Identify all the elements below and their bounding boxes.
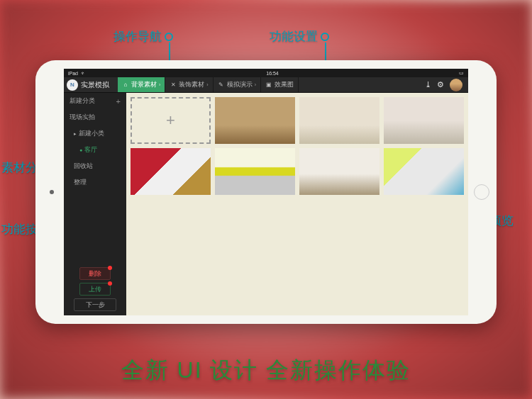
sidebar-item-label: 新建小类 bbox=[79, 130, 104, 137]
tab-bar: ⌂ 背景素材 › ✕ 装饰素材 › ✎ 模拟演示 › ▣ 效果图 bbox=[118, 77, 299, 92]
bullet-icon: ● bbox=[79, 147, 82, 152]
material-thumbnail[interactable] bbox=[299, 97, 379, 144]
material-thumbnail[interactable] bbox=[384, 97, 464, 144]
settings-icon[interactable]: ⚙ bbox=[437, 80, 444, 89]
wifi-icon: ᯤ bbox=[81, 71, 86, 76]
annotation-dot-icon bbox=[165, 33, 173, 41]
sidebar-item-livingroom[interactable]: ●客厅 bbox=[64, 142, 126, 158]
status-bar: iPad ᯤ 16:54 ▭ bbox=[64, 69, 468, 77]
tab-background-material[interactable]: ⌂ 背景素材 › bbox=[118, 77, 165, 92]
sidebar-item-new-category[interactable]: 新建分类 + bbox=[64, 93, 126, 109]
chevron-right-icon: › bbox=[255, 82, 256, 87]
sidebar-item-new-subcategory[interactable]: ▸新建小类 bbox=[64, 125, 126, 142]
status-time: 16:54 bbox=[266, 71, 279, 76]
sidebar-item-label: 客厅 bbox=[84, 146, 97, 153]
chevron-right-icon: › bbox=[206, 82, 208, 87]
add-material-button[interactable]: + bbox=[131, 97, 211, 144]
notification-badge bbox=[108, 266, 112, 270]
top-navigation: N 实景模拟 ⌂ 背景素材 › ✕ 装饰素材 › ✎ 模拟演示 › bbox=[64, 77, 468, 93]
home-icon: ⌂ bbox=[122, 82, 129, 89]
sidebar-bottom-actions: 删除 上传 下一步 bbox=[64, 263, 126, 315]
sidebar-item-label: 回收站 bbox=[74, 162, 93, 171]
material-thumbnail[interactable] bbox=[299, 148, 379, 195]
image-icon: ▣ bbox=[265, 82, 272, 89]
material-thumbnail[interactable] bbox=[384, 148, 464, 195]
app-logo[interactable]: N bbox=[67, 79, 78, 91]
sidebar-item-recycle[interactable]: 回收站 bbox=[64, 158, 126, 174]
chevron-right-icon: › bbox=[159, 82, 160, 87]
annotation-nav: 操作导航 bbox=[113, 28, 173, 45]
triangle-right-icon: ▸ bbox=[74, 131, 77, 136]
button-label: 删除 bbox=[89, 269, 101, 279]
status-carrier: iPad bbox=[68, 71, 78, 76]
material-thumbnail[interactable] bbox=[215, 148, 295, 195]
next-button[interactable]: 下一步 bbox=[74, 298, 116, 311]
tab-label: 装饰素材 bbox=[179, 80, 204, 89]
tab-renderings[interactable]: ▣ 效果图 bbox=[261, 77, 299, 92]
user-avatar[interactable] bbox=[450, 79, 462, 91]
tools-icon: ✕ bbox=[170, 82, 177, 89]
notification-badge bbox=[108, 281, 112, 286]
sidebar: 新建分类 + 现场实拍 ▸新建小类 ●客厅 回收站 整理 bbox=[64, 93, 126, 315]
download-icon[interactable]: ⤓ bbox=[425, 80, 431, 89]
tab-label: 模拟演示 bbox=[227, 80, 253, 89]
ipad-frame: iPad ᯤ 16:54 ▭ N 实景模拟 ⌂ 背景素材 › ✕ 装饰素材 bbox=[35, 60, 497, 324]
sidebar-item-realshoot[interactable]: 现场实拍 bbox=[64, 109, 126, 125]
header-right-actions: ⤓ ⚙ bbox=[425, 79, 462, 91]
sidebar-item-label: 现场实拍 bbox=[70, 113, 95, 122]
hero-tagline: 全新 UI 设计 全新操作体验 bbox=[0, 355, 532, 386]
tab-simulation[interactable]: ✎ 模拟演示 › bbox=[214, 77, 261, 92]
pencil-icon: ✎ bbox=[218, 82, 225, 89]
tab-decor-material[interactable]: ✕ 装饰素材 › bbox=[165, 77, 213, 92]
annotation-dot-icon bbox=[321, 33, 329, 41]
tab-label: 背景素材 bbox=[131, 80, 157, 89]
home-button[interactable] bbox=[474, 184, 489, 200]
sidebar-item-label: 整理 bbox=[74, 178, 87, 187]
battery-icon: ▭ bbox=[459, 70, 464, 76]
camera-dot bbox=[50, 190, 54, 194]
delete-button[interactable]: 删除 bbox=[79, 267, 111, 280]
material-thumbnail[interactable] bbox=[131, 148, 211, 195]
button-label: 下一步 bbox=[86, 300, 105, 310]
app-title: 实景模拟 bbox=[81, 80, 109, 90]
app-body: 新建分类 + 现场实拍 ▸新建小类 ●客厅 回收站 整理 bbox=[64, 93, 468, 315]
annotation-nav-label: 操作导航 bbox=[113, 28, 162, 45]
annotation-settings: 功能设置 bbox=[270, 28, 329, 45]
sidebar-item-organize[interactable]: 整理 bbox=[64, 174, 126, 191]
material-thumbnail[interactable] bbox=[215, 97, 295, 144]
button-label: 上传 bbox=[89, 285, 101, 294]
upload-button[interactable]: 上传 bbox=[79, 283, 111, 296]
sidebar-item-label: 新建分类 bbox=[70, 96, 95, 106]
tab-label: 效果图 bbox=[275, 80, 294, 89]
plus-icon[interactable]: + bbox=[116, 97, 121, 106]
thumbnail-grid: + bbox=[126, 93, 468, 315]
annotation-settings-label: 功能设置 bbox=[270, 28, 318, 45]
screen: iPad ᯤ 16:54 ▭ N 实景模拟 ⌂ 背景素材 › ✕ 装饰素材 bbox=[64, 69, 468, 315]
